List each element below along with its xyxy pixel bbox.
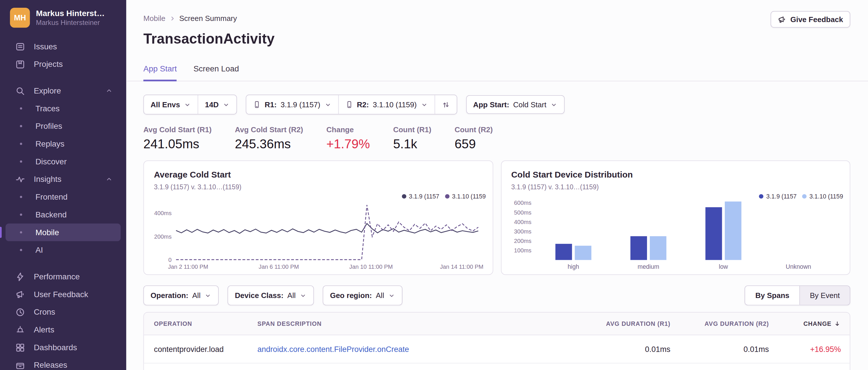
app-start-type-label: App Start:: [473, 100, 509, 109]
sidebar-item-backend[interactable]: Backend: [5, 206, 121, 224]
sidebar-item-ai[interactable]: AI: [5, 241, 121, 259]
sidebar-item-crons[interactable]: Crons: [5, 303, 121, 321]
geo-region-filter[interactable]: Geo region: All: [323, 286, 402, 305]
device-class-filter[interactable]: Device Class: All: [228, 286, 313, 305]
sidebar-item-label: Performance: [34, 272, 80, 281]
give-feedback-button[interactable]: Give Feedback: [770, 11, 850, 28]
sidebar-item-alerts[interactable]: Alerts: [5, 321, 121, 339]
table-row[interactable]: [144, 363, 849, 370]
date-range-filter[interactable]: 14D: [198, 95, 237, 114]
app-start-type-filter[interactable]: App Start: Cold Start: [466, 95, 565, 114]
sidebar-item-traces[interactable]: Traces: [5, 100, 121, 117]
stat-value: 659: [455, 137, 493, 152]
view-toggle-by-event[interactable]: By Event: [800, 286, 850, 305]
bullet-dot: [20, 249, 22, 251]
breadcrumb-current: Screen Summary: [179, 14, 237, 23]
release1-value: 3.1.9 (1157): [280, 100, 320, 109]
megaphone-icon: [15, 290, 25, 299]
column-header-operation[interactable]: OPERATION: [144, 321, 257, 327]
sidebar-item-label: Replays: [35, 139, 64, 148]
chart-subtitle: 3.1.9 (1157) v. 3.1.10…(1159): [511, 183, 840, 191]
mobile-phone-icon: [345, 101, 353, 108]
avatar: MH: [10, 8, 30, 28]
column-header-avg-duration-r2[interactable]: AVG DURATION (R2): [670, 321, 769, 327]
release2-value: 3.1.10 (1159): [373, 100, 417, 109]
chevron-down-icon: [184, 101, 191, 108]
svg-text:Jan 10 11:00 PM: Jan 10 11:00 PM: [349, 264, 393, 270]
geo-region-filter-group: Geo region: All: [323, 285, 402, 305]
stat-value: +1.79%: [327, 137, 370, 152]
device-class-filter-group: Device Class: All: [228, 285, 314, 305]
release2-selector[interactable]: R2: 3.1.10 (1159): [338, 95, 435, 114]
sidebar-item-profiles[interactable]: Profiles: [5, 117, 121, 135]
app-start-type-value: Cold Start: [513, 100, 547, 109]
chevron-down-icon: [324, 101, 331, 108]
sidebar-section-insights[interactable]: Insights: [5, 170, 121, 188]
sidebar-item-mobile[interactable]: Mobile: [5, 224, 121, 241]
table-header-row: OPERATION SPAN DESCRIPTION AVG DURATION …: [144, 313, 849, 335]
svg-text:Jan 14 11:00 PM: Jan 14 11:00 PM: [440, 264, 484, 270]
svg-text:Jan 2 11:00 PM: Jan 2 11:00 PM: [168, 264, 208, 270]
chevron-down-icon: [205, 292, 212, 299]
app-start-type-group: App Start: Cold Start: [466, 95, 565, 114]
environment-filter[interactable]: All Envs: [144, 95, 198, 114]
spans-table: OPERATION SPAN DESCRIPTION AVG DURATION …: [143, 312, 850, 370]
geo-region-filter-label: Geo region:: [330, 291, 372, 299]
sidebar-item-discover[interactable]: Discover: [5, 153, 121, 170]
chevron-down-icon: [421, 101, 428, 108]
cell-span-description-link[interactable]: androidx.core.content.FileProvider.onCre…: [257, 344, 565, 354]
sidebar-item-user-feedback[interactable]: User Feedback: [5, 285, 121, 303]
stat-value: 245.36ms: [235, 137, 303, 152]
sidebar-item-performance[interactable]: Performance: [5, 268, 121, 285]
operation-filter-group: Operation: All: [143, 285, 219, 305]
avg-cold-start-panel: Average Cold Start 3.1.9 (1157) v. 3.1.1…: [143, 160, 493, 275]
main-content: Mobile Screen Summary Give Feedback Tran…: [126, 0, 868, 370]
table-row[interactable]: contentprovider.load androidx.core.conte…: [144, 335, 849, 363]
sidebar-item-label: User Feedback: [34, 290, 88, 299]
sidebar-item-label: Profiles: [35, 122, 62, 131]
org-switcher[interactable]: MH Markus Hinterst… Markus Hintersteiner: [0, 0, 126, 34]
sidebar-section-label: Explore: [34, 86, 61, 95]
svg-text:0: 0: [168, 257, 172, 263]
column-header-avg-duration-r1[interactable]: AVG DURATION (R1): [565, 321, 670, 327]
chevron-down-icon: [550, 101, 557, 108]
operation-filter[interactable]: Operation: All: [144, 286, 218, 305]
sidebar-nav: Issues Projects Explore Traces Profiles …: [0, 34, 126, 370]
bullet-dot: [20, 213, 22, 216]
cell-avg-duration-r1: 0.01ms: [565, 344, 670, 354]
sidebar-item-projects[interactable]: Projects: [5, 55, 121, 73]
column-header-span-description[interactable]: SPAN DESCRIPTION: [257, 321, 565, 327]
bullet-dot: [20, 107, 22, 109]
sidebar-item-frontend[interactable]: Frontend: [5, 188, 121, 206]
sidebar-item-issues[interactable]: Issues: [5, 38, 121, 55]
svg-text:Jan 6 11:00 PM: Jan 6 11:00 PM: [259, 264, 299, 270]
insights-icon: [15, 174, 25, 184]
swap-releases-button[interactable]: [434, 95, 456, 114]
bullet-dot: [20, 196, 22, 198]
user-name: Markus Hinterst…: [36, 9, 104, 18]
sidebar-item-label: AI: [35, 245, 43, 255]
org-name: Markus Hintersteiner: [36, 19, 104, 27]
svg-text:high: high: [567, 263, 579, 270]
column-header-change[interactable]: CHANGE: [769, 320, 850, 327]
svg-text:200ms: 200ms: [514, 238, 531, 244]
tab-screen-load[interactable]: Screen Load: [193, 64, 239, 81]
sort-descending-icon: [834, 320, 841, 327]
sidebar-item-dashboards[interactable]: Dashboards: [5, 338, 121, 356]
sidebar-section-label: Insights: [34, 175, 61, 183]
chevron-up-icon: [105, 86, 114, 95]
release-compare-group: R1: 3.1.9 (1157) R2: 3.1.10 (1159): [246, 95, 457, 114]
sidebar-item-replays[interactable]: Replays: [5, 135, 121, 153]
app-window: MH Markus Hinterst… Markus Hintersteiner…: [0, 0, 868, 370]
view-toggle: By Spans By Event: [745, 285, 850, 305]
breadcrumb-mobile[interactable]: Mobile: [143, 14, 165, 23]
sidebar-item-label: Mobile: [35, 228, 59, 237]
operation-filter-value: All: [192, 291, 200, 299]
sidebar-section-explore[interactable]: Explore: [5, 82, 121, 100]
tab-app-start[interactable]: App Start: [143, 64, 177, 81]
sidebar-item-releases[interactable]: Releases: [5, 356, 121, 370]
view-toggle-by-spans[interactable]: By Spans: [745, 286, 800, 305]
release1-selector[interactable]: R1: 3.1.9 (1157): [246, 95, 338, 114]
charts-row: Average Cold Start 3.1.9 (1157) v. 3.1.1…: [143, 160, 850, 275]
stat-label: Avg Cold Start (R2): [235, 126, 303, 134]
